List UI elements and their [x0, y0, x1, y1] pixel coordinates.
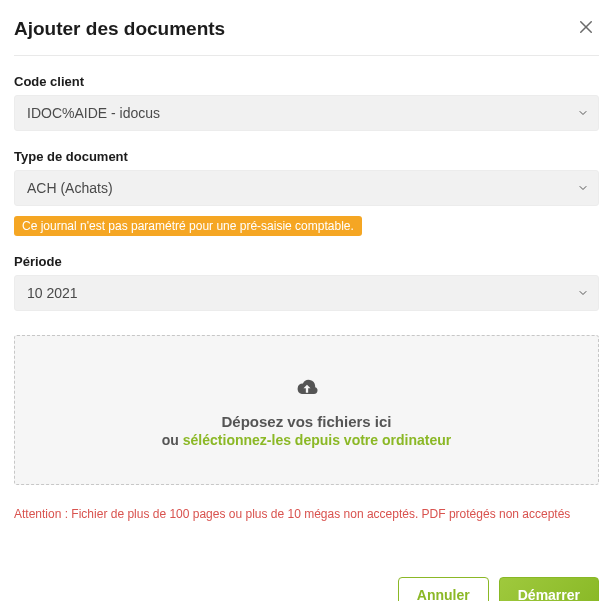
- file-drop-zone[interactable]: Déposez vos fichiers ici ou séléctionnez…: [14, 335, 599, 485]
- journal-warning-badge: Ce journal n'est pas paramétré pour une …: [14, 216, 362, 236]
- period-select[interactable]: 10 2021: [14, 275, 599, 311]
- add-documents-modal: Ajouter des documents Code client IDOC%A…: [0, 0, 613, 601]
- client-code-label: Code client: [14, 74, 599, 89]
- cloud-upload-icon: [293, 373, 321, 405]
- period-group: Période 10 2021: [14, 254, 599, 311]
- period-label: Période: [14, 254, 599, 269]
- document-type-select-wrap: ACH (Achats): [14, 170, 599, 206]
- period-select-wrap: 10 2021: [14, 275, 599, 311]
- browse-files-link[interactable]: séléctionnez-les depuis votre ordinateur: [183, 432, 451, 448]
- document-type-select[interactable]: ACH (Achats): [14, 170, 599, 206]
- document-type-label: Type de document: [14, 149, 599, 164]
- close-button[interactable]: [573, 14, 599, 43]
- client-code-select-wrap: IDOC%AIDE - idocus: [14, 95, 599, 131]
- drop-title: Déposez vos fichiers ici: [221, 413, 391, 430]
- client-code-group: Code client IDOC%AIDE - idocus: [14, 74, 599, 131]
- start-button[interactable]: Démarrer: [499, 577, 599, 601]
- drop-or: ou: [162, 432, 179, 448]
- modal-header: Ajouter des documents: [14, 14, 599, 56]
- modal-title: Ajouter des documents: [14, 18, 225, 40]
- close-icon: [577, 18, 595, 39]
- drop-subtitle: ou séléctionnez-les depuis votre ordinat…: [162, 432, 451, 448]
- document-type-group: Type de document ACH (Achats) Ce journal…: [14, 149, 599, 236]
- cancel-button[interactable]: Annuler: [398, 577, 489, 601]
- file-restrictions-warning: Attention : Fichier de plus de 100 pages…: [14, 507, 599, 521]
- modal-footer: Annuler Démarrer: [14, 577, 599, 601]
- client-code-select[interactable]: IDOC%AIDE - idocus: [14, 95, 599, 131]
